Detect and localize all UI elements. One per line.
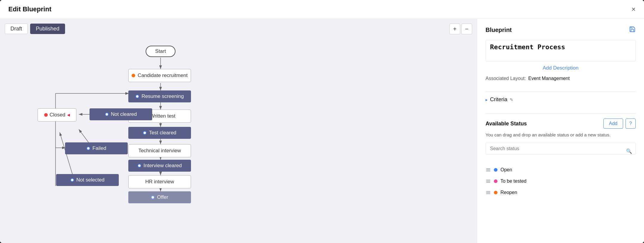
close-button[interactable]: × bbox=[631, 6, 636, 13]
status-dot-open bbox=[494, 168, 497, 172]
dot-offer bbox=[151, 196, 155, 199]
chevron-right-icon: ▸ bbox=[486, 97, 488, 102]
divider-1 bbox=[486, 91, 636, 92]
status-dot-orange bbox=[494, 191, 497, 194]
canvas-area: Draft Published + − bbox=[0, 19, 477, 243]
node-offer[interactable]: Offer bbox=[128, 191, 191, 203]
zoom-in-button[interactable]: + bbox=[449, 24, 460, 34]
node-closed[interactable]: Closed ◀ bbox=[38, 108, 76, 122]
modal-header: Edit Blueprint × bbox=[0, 0, 644, 19]
status-label-reopen: Reopen bbox=[500, 190, 517, 195]
status-label-open: Open bbox=[500, 167, 512, 173]
modal-title: Edit Blueprint bbox=[8, 5, 51, 13]
node-interview-cleared[interactable]: Interview cleared bbox=[128, 160, 191, 172]
search-row: 🔍 bbox=[486, 143, 636, 159]
dot-test-cleared bbox=[143, 131, 147, 135]
node-resume-screening[interactable]: Resume screening bbox=[128, 90, 191, 102]
panel-header: Blueprint bbox=[486, 26, 636, 34]
edit-blueprint-modal: Edit Blueprint × Draft Published + − bbox=[0, 0, 644, 243]
add-status-button[interactable]: Add bbox=[603, 119, 623, 129]
associated-layout-value: Event Management bbox=[528, 76, 570, 81]
criteria-label: Criteria bbox=[490, 96, 507, 103]
node-hr-interview[interactable]: HR interview bbox=[128, 175, 191, 188]
dot-red bbox=[44, 113, 48, 117]
node-candidate-recruitment[interactable]: Candidate recruitment bbox=[128, 69, 191, 82]
node-not-selected[interactable]: Not selected bbox=[56, 174, 119, 186]
status-dot-pink bbox=[494, 179, 497, 183]
tab-published[interactable]: Published bbox=[30, 24, 65, 34]
search-status-input[interactable] bbox=[486, 143, 636, 155]
dot-not-cleared bbox=[105, 113, 109, 116]
node-technical-interview[interactable]: Technical interview bbox=[128, 144, 191, 157]
dot-not-selected bbox=[70, 178, 74, 182]
dot-blue-outline bbox=[135, 95, 139, 98]
flow-arrows bbox=[0, 19, 477, 243]
zoom-out-button[interactable]: − bbox=[461, 24, 472, 34]
divider-2 bbox=[486, 113, 636, 114]
add-description-button[interactable]: Add Description bbox=[486, 65, 636, 71]
right-panel: Blueprint Recruitment Process Add Descri… bbox=[477, 19, 644, 243]
modal-overlay: Edit Blueprint × Draft Published + − bbox=[0, 0, 644, 243]
node-start[interactable]: Start bbox=[146, 46, 175, 57]
available-status-header: Available Status Add ? bbox=[486, 119, 636, 129]
associated-layout-label: Associated Layout: bbox=[486, 76, 526, 81]
dot-interview-cleared bbox=[138, 164, 141, 167]
node-not-cleared[interactable]: Not cleared bbox=[90, 108, 152, 120]
drag-handle-to-be-tested[interactable] bbox=[486, 179, 491, 183]
chevron-indicator: ◀ bbox=[67, 113, 70, 117]
modal-body: Draft Published + − bbox=[0, 19, 644, 243]
layout-row: Associated Layout: Event Management bbox=[486, 76, 636, 81]
tab-draft[interactable]: Draft bbox=[5, 24, 28, 34]
edit-criteria-icon[interactable]: ✎ bbox=[510, 97, 513, 102]
canvas-toolbar: Draft Published bbox=[5, 24, 65, 34]
search-icon: 🔍 bbox=[626, 148, 632, 154]
help-button[interactable]: ? bbox=[625, 119, 636, 129]
svg-line-11 bbox=[60, 132, 74, 179]
panel-title: Blueprint bbox=[486, 27, 512, 33]
panel-save-icon[interactable] bbox=[629, 26, 636, 34]
zoom-controls: + − bbox=[449, 24, 472, 34]
status-item-open: Open bbox=[486, 164, 636, 176]
node-failed[interactable]: Failed bbox=[65, 142, 128, 154]
status-list: Open To be tested bbox=[486, 164, 636, 198]
node-test-cleared[interactable]: Test cleared bbox=[128, 127, 191, 139]
dot-orange bbox=[132, 74, 135, 77]
header-actions: Add ? bbox=[603, 119, 636, 129]
drag-handle-reopen[interactable] bbox=[486, 190, 491, 195]
dot-failed bbox=[87, 147, 90, 150]
blueprint-name-input[interactable]: Recruitment Process bbox=[486, 40, 636, 61]
status-item-to-be-tested: To be tested bbox=[486, 176, 636, 187]
available-status-title: Available Status bbox=[486, 121, 527, 127]
drag-handle-open[interactable] bbox=[486, 168, 491, 172]
criteria-row: ▸ Criteria ✎ bbox=[486, 96, 636, 103]
drag-info-text: You can drag and drop an available statu… bbox=[486, 132, 636, 139]
status-label-to-be-tested: To be tested bbox=[500, 179, 526, 184]
status-item-reopen: Reopen bbox=[486, 187, 636, 198]
